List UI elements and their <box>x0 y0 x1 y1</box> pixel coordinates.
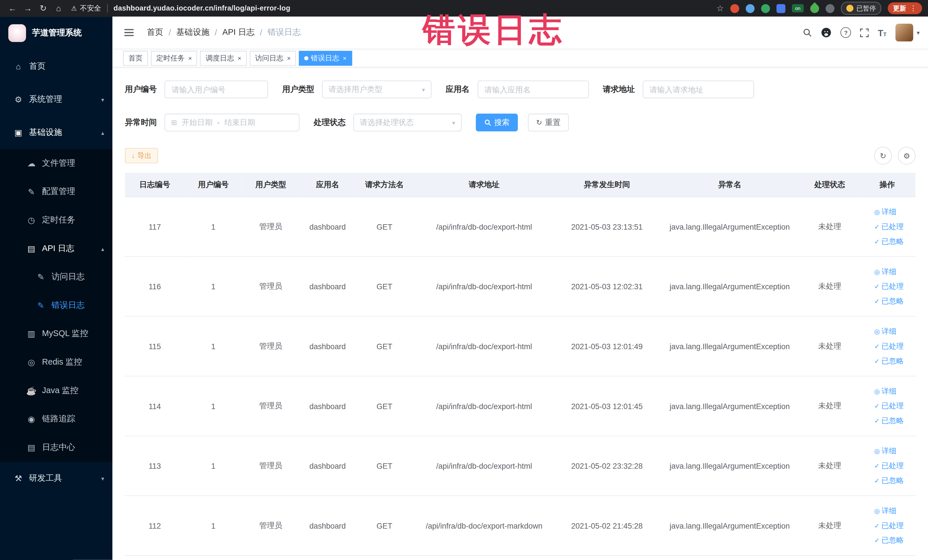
tab-home[interactable]: 首页 <box>123 50 148 65</box>
cell-user-id: 1 <box>185 436 242 496</box>
mark-processed-link[interactable]: ✓已处理 <box>874 458 916 473</box>
breadcrumb-home[interactable]: 首页 <box>147 27 163 38</box>
sidebar-item-infra[interactable]: ▣ 基础设施 ▴ <box>0 116 112 149</box>
sidebar-item-api-log[interactable]: ▤ API 日志 ▴ <box>0 235 112 263</box>
cell-app-name: dashboard <box>299 376 356 436</box>
font-size-icon[interactable]: TT <box>878 28 886 37</box>
refresh-button[interactable]: ↻ <box>874 147 892 165</box>
export-button[interactable]: ↓ 导出 <box>125 148 158 163</box>
cell-method: GET <box>356 376 413 436</box>
cell-user-type: 管理员 <box>242 256 299 316</box>
mark-ignored-link[interactable]: ✓已忽略 <box>874 294 916 309</box>
reset-button[interactable]: ↻ 重置 <box>528 113 569 131</box>
mark-ignored-link[interactable]: ✓已忽略 <box>874 533 916 548</box>
col-app-name: 应用名 <box>299 173 356 197</box>
detail-link[interactable]: ◎详细 <box>874 264 916 279</box>
sidebar-item-mysql-monitor[interactable]: ▥ MySQL 监控 <box>0 319 112 348</box>
user-menu[interactable]: ▾ <box>896 24 920 41</box>
sidebar-item-redis-monitor[interactable]: ◎ Redis 监控 <box>0 348 112 377</box>
avatar <box>896 24 913 41</box>
browser-reload-button[interactable]: ↻ <box>37 0 50 17</box>
detail-link[interactable]: ◎详细 <box>874 204 916 220</box>
sidebar-item-devtools[interactable]: ⚒ 研发工具 ▾ <box>0 462 112 495</box>
mark-ignored-link[interactable]: ✓已忽略 <box>874 473 916 488</box>
tools-icon: ⚒ <box>12 473 25 483</box>
column-settings-button[interactable]: ⚙ <box>898 147 916 165</box>
breadcrumb-api-log[interactable]: API 日志 <box>223 27 255 38</box>
extension-icon-leaf[interactable] <box>809 2 821 15</box>
process-status-select[interactable]: 请选择处理状态 ▾ <box>353 113 462 131</box>
fullscreen-icon[interactable] <box>860 28 869 37</box>
mark-processed-link[interactable]: ✓已处理 <box>874 398 916 414</box>
tab-access-log[interactable]: 访问日志 × <box>250 50 296 65</box>
paused-pill[interactable]: 已暂停 <box>841 2 881 15</box>
close-icon[interactable]: × <box>238 55 241 61</box>
github-icon[interactable] <box>821 27 832 38</box>
sidebar-item-label: MySQL 监控 <box>42 328 88 339</box>
request-url-input[interactable] <box>643 81 754 98</box>
user-id-input[interactable] <box>165 81 268 98</box>
close-icon[interactable]: × <box>188 55 192 61</box>
col-log-id: 日志编号 <box>125 173 185 197</box>
mark-processed-link[interactable]: ✓已处理 <box>874 220 916 234</box>
detail-link[interactable]: ◎详细 <box>874 503 916 518</box>
browser-home-button[interactable]: ⌂ <box>52 0 65 17</box>
app-name-input[interactable] <box>477 81 589 98</box>
extension-icon-green-circle[interactable] <box>761 4 770 12</box>
tab-error-log[interactable]: 错误日志 × <box>299 50 352 65</box>
tab-scheduled-jobs[interactable]: 定时任务 × <box>151 50 197 65</box>
sidebar-item-log-center[interactable]: ▤ 日志中心 <box>0 433 112 462</box>
extension-icon-blue-drop[interactable] <box>746 4 754 12</box>
bookmark-star-icon[interactable]: ☆ <box>716 3 724 13</box>
address-bar[interactable]: ⚠ 不安全 dashboard.yudao.iocoder.cn/infra/l… <box>71 3 290 13</box>
check-icon: ✓ <box>874 283 879 290</box>
browser-update-button[interactable]: 更新 ⋮ <box>888 2 922 14</box>
browser-back-button[interactable]: ← <box>6 0 19 17</box>
extension-icon-on-badge[interactable]: on <box>792 4 804 12</box>
detail-link[interactable]: ◎详细 <box>874 384 916 398</box>
search-button[interactable]: 搜索 <box>476 113 518 131</box>
cell-user-id: 1 <box>185 256 242 316</box>
sidebar-item-home[interactable]: ⌂ 首页 <box>0 50 112 83</box>
help-icon[interactable]: ? <box>841 27 851 38</box>
cell-request-url: /api/infra/db-doc/export-html <box>413 256 555 316</box>
logo[interactable]: 芋道管理系统 <box>0 17 112 50</box>
detail-link[interactable]: ◎详细 <box>874 324 916 339</box>
sidebar-item-access-log[interactable]: ✎ 访问日志 <box>0 263 112 291</box>
breadcrumb-infra[interactable]: 基础设施 <box>176 27 209 38</box>
mark-processed-link[interactable]: ✓已处理 <box>874 279 916 294</box>
detail-link[interactable]: ◎详细 <box>874 444 916 458</box>
mark-processed-link[interactable]: ✓已处理 <box>874 339 916 354</box>
sidebar-item-link-trace[interactable]: ◉ 链路追踪 <box>0 405 112 433</box>
eye-icon: ◎ <box>874 388 880 395</box>
browser-forward-button[interactable]: → <box>21 0 35 17</box>
user-type-select[interactable]: 请选择用户类型 ▾ <box>322 81 432 98</box>
extension-icon-blue-grid[interactable] <box>777 4 785 12</box>
sidebar-item-java-monitor[interactable]: ☕ Java 监控 <box>0 376 112 405</box>
mark-ignored-link[interactable]: ✓已忽略 <box>874 234 916 249</box>
filter-row-2: 异常时间 ⊞ 开始日期 - 结束日期 处理状态 请选择处理状态 ▾ <box>125 113 916 131</box>
exception-time-range-picker[interactable]: ⊞ 开始日期 - 结束日期 <box>165 113 299 131</box>
col-status: 处理状态 <box>801 173 859 197</box>
sidebar-item-system[interactable]: ⚙ 系统管理 ▾ <box>0 83 112 116</box>
hamburger-icon[interactable] <box>122 26 136 39</box>
col-exception-name: 异常名 <box>659 173 801 197</box>
sidebar-item-file-management[interactable]: ☁ 文件管理 <box>0 149 112 178</box>
cell-app-name: dashboard <box>299 197 356 257</box>
address-divider <box>107 4 108 12</box>
sidebar-item-config-management[interactable]: ✎ 配置管理 <box>0 177 112 206</box>
search-icon[interactable] <box>803 28 812 37</box>
sidebar-item-error-log[interactable]: ✎ 错误日志 <box>0 291 112 320</box>
mark-ignored-link[interactable]: ✓已忽略 <box>874 354 916 369</box>
extension-icon-paw[interactable] <box>826 4 835 12</box>
tab-dispatch-log[interactable]: 调度日志 × <box>200 50 247 65</box>
cell-log-id: 115 <box>125 316 185 376</box>
close-icon[interactable]: × <box>343 55 346 61</box>
sidebar-item-scheduled-jobs[interactable]: ◷ 定时任务 <box>0 206 112 235</box>
edit-square-icon: ✎ <box>34 272 47 282</box>
date-end-placeholder: 结束日期 <box>224 117 255 128</box>
close-icon[interactable]: × <box>287 55 291 61</box>
mark-ignored-link[interactable]: ✓已忽略 <box>874 414 916 428</box>
mark-processed-link[interactable]: ✓已处理 <box>874 518 916 533</box>
extension-icon-red[interactable] <box>730 4 739 12</box>
